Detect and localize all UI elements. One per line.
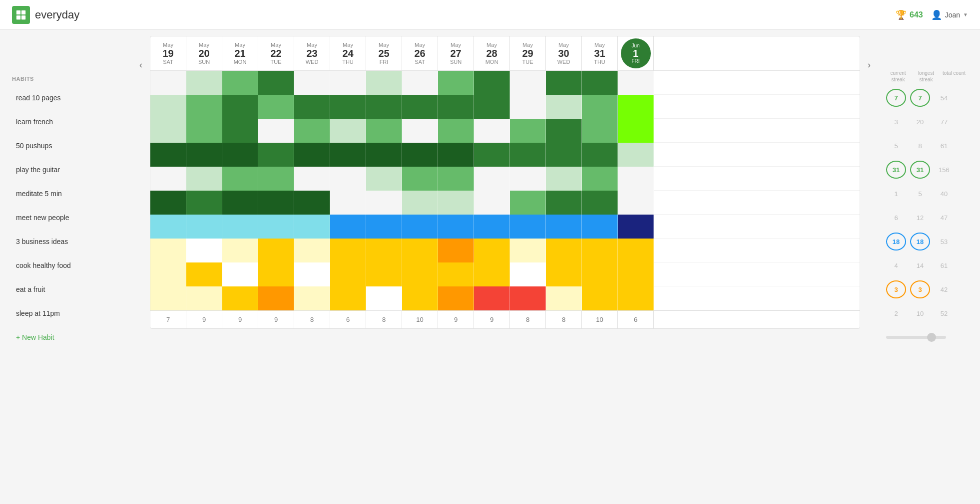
grid-cell-4-1[interactable] — [186, 167, 222, 191]
grid-cell-4-0[interactable] — [150, 167, 186, 191]
grid-cell-1-6[interactable] — [366, 95, 402, 119]
grid-cell-3-12[interactable] — [582, 143, 618, 167]
grid-cell-5-1[interactable] — [186, 191, 222, 215]
grid-cell-6-3[interactable] — [258, 215, 294, 239]
habit-name-row-4[interactable]: meditate 5 min — [12, 182, 132, 206]
grid-cell-0-10[interactable] — [510, 71, 546, 95]
grid-cell-9-12[interactable] — [582, 286, 618, 310]
grid-cell-8-7[interactable] — [402, 262, 438, 286]
habit-name-row-0[interactable]: read 10 pages — [12, 86, 132, 110]
grid-cell-2-5[interactable] — [330, 119, 366, 143]
grid-cell-8-1[interactable] — [186, 262, 222, 286]
grid-cell-3-2[interactable] — [222, 143, 258, 167]
grid-cell-8-3[interactable] — [258, 262, 294, 286]
grid-cell-2-1[interactable] — [186, 119, 222, 143]
habit-name-row-6[interactable]: 3 business ideas — [12, 230, 132, 253]
grid-cell-8-2[interactable] — [222, 262, 258, 286]
habit-name-row-2[interactable]: 50 pushups — [12, 134, 132, 158]
grid-cell-6-1[interactable] — [186, 215, 222, 239]
grid-cell-7-13[interactable] — [618, 239, 654, 262]
grid-cell-2-7[interactable] — [402, 119, 438, 143]
grid-cell-7-11[interactable] — [546, 239, 582, 262]
grid-cell-8-6[interactable] — [366, 262, 402, 286]
grid-cell-9-8[interactable] — [438, 286, 474, 310]
grid-cell-6-2[interactable] — [222, 215, 258, 239]
grid-cell-7-10[interactable] — [510, 239, 546, 262]
grid-cell-0-13[interactable] — [618, 71, 654, 95]
grid-cell-8-8[interactable] — [438, 262, 474, 286]
grid-cell-8-9[interactable] — [474, 262, 510, 286]
grid-cell-2-10[interactable] — [510, 119, 546, 143]
grid-cell-0-11[interactable] — [546, 71, 582, 95]
grid-cell-3-10[interactable] — [510, 143, 546, 167]
user-menu[interactable]: 👤 Joan ▼ — [931, 9, 968, 20]
grid-cell-3-5[interactable] — [330, 143, 366, 167]
grid-cell-7-8[interactable] — [438, 239, 474, 262]
grid-cell-6-11[interactable] — [546, 215, 582, 239]
grid-cell-8-0[interactable] — [150, 262, 186, 286]
grid-cell-5-3[interactable] — [258, 191, 294, 215]
grid-cell-9-2[interactable] — [222, 286, 258, 310]
grid-cell-3-8[interactable] — [438, 143, 474, 167]
grid-cell-0-12[interactable] — [582, 71, 618, 95]
habit-name-row-3[interactable]: play the guitar — [12, 158, 132, 182]
grid-cell-2-9[interactable] — [474, 119, 510, 143]
grid-cell-0-5[interactable] — [330, 71, 366, 95]
habit-name-row-9[interactable]: sleep at 11pm — [12, 301, 132, 325]
grid-cell-4-7[interactable] — [402, 167, 438, 191]
grid-cell-2-2[interactable] — [222, 119, 258, 143]
grid-cell-4-2[interactable] — [222, 167, 258, 191]
grid-cell-9-11[interactable] — [546, 286, 582, 310]
grid-cell-6-4[interactable] — [294, 215, 330, 239]
grid-cell-1-12[interactable] — [582, 95, 618, 119]
grid-cell-9-6[interactable] — [366, 286, 402, 310]
grid-cell-6-8[interactable] — [438, 215, 474, 239]
grid-cell-2-4[interactable] — [294, 119, 330, 143]
grid-cell-0-7[interactable] — [402, 71, 438, 95]
grid-cell-7-7[interactable] — [402, 239, 438, 262]
grid-cell-3-13[interactable] — [618, 143, 654, 167]
grid-cell-6-5[interactable] — [330, 215, 366, 239]
grid-cell-0-0[interactable] — [150, 71, 186, 95]
grid-cell-1-4[interactable] — [294, 95, 330, 119]
grid-cell-2-6[interactable] — [366, 119, 402, 143]
next-button[interactable]: › — [861, 57, 877, 73]
grid-cell-4-5[interactable] — [330, 167, 366, 191]
grid-cell-5-8[interactable] — [438, 191, 474, 215]
grid-cell-3-11[interactable] — [546, 143, 582, 167]
grid-cell-9-10[interactable] — [510, 286, 546, 310]
grid-cell-6-0[interactable] — [150, 215, 186, 239]
grid-cell-9-5[interactable] — [330, 286, 366, 310]
grid-cell-5-12[interactable] — [582, 191, 618, 215]
grid-cell-4-8[interactable] — [438, 167, 474, 191]
grid-cell-5-6[interactable] — [366, 191, 402, 215]
grid-cell-3-1[interactable] — [186, 143, 222, 167]
grid-cell-1-11[interactable] — [546, 95, 582, 119]
grid-cell-1-2[interactable] — [222, 95, 258, 119]
grid-cell-8-5[interactable] — [330, 262, 366, 286]
new-habit-button[interactable]: + New Habit — [12, 325, 132, 349]
grid-cell-5-2[interactable] — [222, 191, 258, 215]
grid-cell-8-13[interactable] — [618, 262, 654, 286]
grid-cell-0-9[interactable] — [474, 71, 510, 95]
grid-cell-6-6[interactable] — [366, 215, 402, 239]
grid-cell-1-10[interactable] — [510, 95, 546, 119]
habit-name-row-7[interactable]: cook healthy food — [12, 253, 132, 277]
grid-cell-2-12[interactable] — [582, 119, 618, 143]
grid-cell-7-6[interactable] — [366, 239, 402, 262]
grid-cell-3-7[interactable] — [402, 143, 438, 167]
grid-cell-3-6[interactable] — [366, 143, 402, 167]
grid-cell-1-3[interactable] — [258, 95, 294, 119]
grid-cell-1-0[interactable] — [150, 95, 186, 119]
grid-cell-6-10[interactable] — [510, 215, 546, 239]
grid-cell-5-9[interactable] — [474, 191, 510, 215]
grid-cell-9-7[interactable] — [402, 286, 438, 310]
grid-cell-7-1[interactable] — [186, 239, 222, 262]
grid-cell-1-13[interactable] — [618, 95, 654, 119]
grid-cell-2-8[interactable] — [438, 119, 474, 143]
grid-cell-3-3[interactable] — [258, 143, 294, 167]
grid-cell-8-10[interactable] — [510, 262, 546, 286]
grid-cell-7-5[interactable] — [330, 239, 366, 262]
habit-name-row-5[interactable]: meet new people — [12, 206, 132, 230]
grid-cell-7-2[interactable] — [222, 239, 258, 262]
